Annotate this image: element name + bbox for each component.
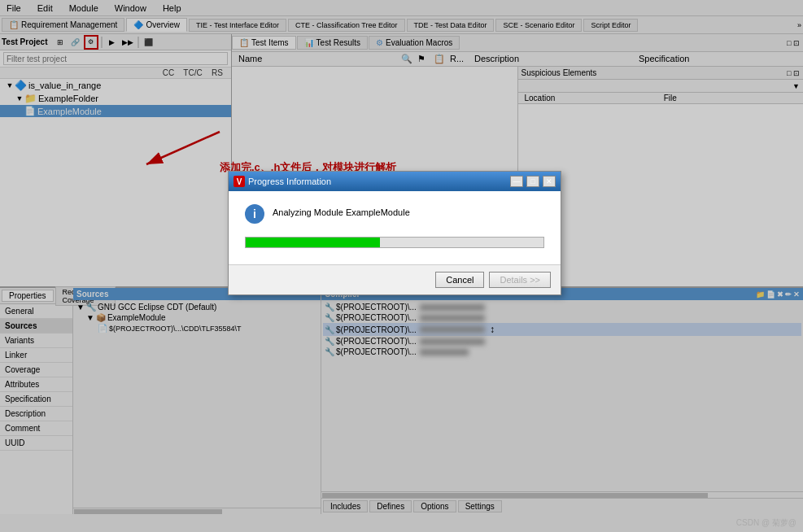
dialog-title: Progress Information [248,177,331,186]
dialog-close-btn[interactable]: ✕ [543,176,556,187]
dialog-minimize-btn[interactable]: — [510,176,523,187]
dialog-overlay: V Progress Information — □ ✕ i Analyzing… [0,0,803,532]
dialog-body: i Analyzing Module ExampleModule [229,191,561,264]
progress-bar-container-wrap [245,233,544,251]
dialog-footer: Cancel Details >> [229,264,561,294]
dialog-title-left: V Progress Information [233,176,331,187]
watermark: CSDN @ 菊萝@ [736,517,796,529]
dialog-info-row: i Analyzing Module ExampleModule [245,204,544,224]
dialog-controls: — □ ✕ [510,176,556,187]
progress-dialog: V Progress Information — □ ✕ i Analyzing… [228,171,561,295]
dialog-info-icon: i [245,204,264,224]
dialog-maximize-btn[interactable]: □ [526,176,539,187]
dialog-titlebar: V Progress Information — □ ✕ [229,172,561,191]
dialog-app-icon: V [233,176,245,187]
details-button[interactable]: Details >> [489,272,551,288]
progress-bar-container [245,237,544,248]
progress-bar-fill [246,238,380,247]
cancel-button[interactable]: Cancel [435,272,484,288]
dialog-message: Analyzing Module ExampleModule [273,204,410,217]
